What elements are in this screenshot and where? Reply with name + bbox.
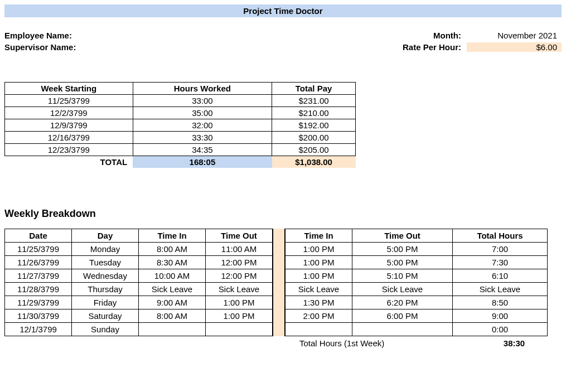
summary-cell-week: 12/23/3799 [5,144,133,156]
breakdown-cell-date: 11/26/3799 [5,256,72,269]
col-out1: Time Out [206,229,273,243]
total-hours: 168:05 [133,156,272,168]
col-hours: Hours Worked [133,83,272,95]
breakdown-cell-out2: Sick Leave [352,283,453,296]
breakdown-cell-in2: 1:00 PM [286,256,352,269]
breakdown-cell-in2: 1:00 PM [286,269,352,283]
breakdown-cell-total: 6:10 [453,269,548,283]
divider-column [273,229,285,336]
breakdown-cell-day: Tuesday [72,256,139,269]
breakdown-cell-out2: 6:00 PM [352,309,453,323]
title-text: Project Time Doctor [243,6,322,16]
breakdown-cell-total: 7:30 [453,256,548,269]
summary-row: 12/16/379933:30$200.00 [5,132,356,144]
breakdown-row-right: 0:00 [286,323,548,336]
breakdown-cell-date: 11/25/3799 [5,243,72,256]
title-bar: Project Time Doctor [4,4,562,17]
breakdown-cell-day: Sunday [72,323,139,336]
breakdown-cell-in2 [286,323,352,336]
summary-cell-pay: $192.00 [272,119,356,132]
breakdown-row-left: 11/27/3799Wednesday10:00 AM12:00 PM [5,269,273,283]
breakdown-cell-in2: Sick Leave [286,283,352,296]
breakdown-row-right: 2:00 PM6:00 PM9:00 [286,309,548,323]
summary-cell-pay: $231.00 [272,95,356,107]
employee-label: Employee Name: [4,31,172,40]
breakdown-row-right: 1:00 PM5:00 PM7:30 [286,256,548,269]
summary-cell-hours: 33:00 [133,95,272,107]
breakdown-row-right: 1:00 PM5:10 PM6:10 [286,269,548,283]
breakdown-cell-total: 0:00 [453,323,548,336]
breakdown-cell-date: 11/27/3799 [5,269,72,283]
breakdown-row-left: 11/26/3799Tuesday8:30 AM12:00 PM [5,256,273,269]
breakdown-cell-in1: 9:00 AM [139,296,206,309]
summary-cell-week: 12/9/3799 [5,119,133,132]
breakdown-cell-day: Thursday [72,283,139,296]
summary-cell-pay: $200.00 [272,132,356,144]
summary-row: 12/2/379935:00$210.00 [5,107,356,119]
breakdown-cell-total: Sick Leave [453,283,548,296]
breakdown-cell-out2: 6:20 PM [352,296,453,309]
summary-cell-week: 12/2/3799 [5,107,133,119]
breakdown-title: Weekly Breakdown [4,208,562,220]
breakdown-cell-date: 11/28/3799 [5,283,72,296]
summary-cell-hours: 34:35 [133,144,272,156]
breakdown-cell-day: Wednesday [72,269,139,283]
header-row-employee: Employee Name: Month: November 2021 [4,31,562,40]
breakdown-cell-out2: 5:10 PM [352,269,453,283]
breakdown-row-left: 11/28/3799ThursdaySick LeaveSick Leave [5,283,273,296]
breakdown-cell-in1 [139,323,206,336]
breakdown-cell-total: 9:00 [453,309,548,323]
breakdown-cell-out1: 1:00 PM [206,296,273,309]
col-week: Week Starting [5,83,133,95]
summary-table: Week Starting Hours Worked Total Pay 11/… [4,82,356,168]
breakdown-table-right: Time In Time Out Total Hours 1:00 PM5:00… [285,229,548,336]
footer-value: 38:30 [467,338,562,348]
breakdown-header-left: Date Day Time In Time Out [5,229,273,243]
total-label: TOTAL [5,156,133,168]
col-day: Day [72,229,139,243]
summary-cell-hours: 33:30 [133,132,272,144]
breakdown-cell-out1: 12:00 PM [206,256,273,269]
breakdown-row-right: 1:30 PM6:20 PM8:50 [286,296,548,309]
breakdown-cell-out1: 11:00 AM [206,243,273,256]
summary-row: 12/9/379932:00$192.00 [5,119,356,132]
breakdown-cell-in1: Sick Leave [139,283,206,296]
breakdown-cell-out2: 5:00 PM [352,256,453,269]
breakdown-footer: Total Hours (1st Week) 38:30 [4,338,562,348]
summary-cell-pay: $205.00 [272,144,356,156]
col-total: Total Hours [453,229,548,243]
breakdown-cell-out1: 12:00 PM [206,269,273,283]
breakdown-row-left: 11/30/3799Saturday8:00 AM1:00 PM [5,309,273,323]
summary-row: 11/25/379933:00$231.00 [5,95,356,107]
breakdown-cell-out1: 1:00 PM [206,309,273,323]
breakdown-table-left: Date Day Time In Time Out 11/25/3799Mond… [4,229,273,336]
summary-cell-pay: $210.00 [272,107,356,119]
col-out2: Time Out [352,229,453,243]
breakdown-cell-out1: Sick Leave [206,283,273,296]
breakdown-cell-date: 12/1/3799 [5,323,72,336]
breakdown-row-right: Sick LeaveSick LeaveSick Leave [286,283,548,296]
breakdown-cell-out1 [206,323,273,336]
breakdown-cell-in1: 8:00 AM [139,309,206,323]
summary-cell-week: 12/16/3799 [5,132,133,144]
breakdown-cell-date: 11/29/3799 [5,296,72,309]
summary-row: 12/23/379934:35$205.00 [5,144,356,156]
breakdown-row-right: 1:00 PM5:00 PM7:00 [286,243,548,256]
breakdown-cell-out2: 5:00 PM [352,243,453,256]
summary-cell-week: 11/25/3799 [5,95,133,107]
breakdown-wrap: Date Day Time In Time Out 11/25/3799Mond… [4,229,562,336]
breakdown-cell-in2: 2:00 PM [286,309,352,323]
breakdown-cell-day: Friday [72,296,139,309]
total-pay: $1,038.00 [272,156,356,168]
breakdown-cell-in2: 1:30 PM [286,296,352,309]
breakdown-cell-in1: 10:00 AM [139,269,206,283]
summary-cell-hours: 35:00 [133,107,272,119]
month-label: Month: [366,31,467,40]
breakdown-cell-out2 [352,323,453,336]
breakdown-cell-total: 8:50 [453,296,548,309]
summary-total-row: TOTAL 168:05 $1,038.00 [5,156,356,168]
summary-cell-hours: 32:00 [133,119,272,132]
breakdown-cell-day: Saturday [72,309,139,323]
col-date: Date [5,229,72,243]
breakdown-cell-day: Monday [72,243,139,256]
